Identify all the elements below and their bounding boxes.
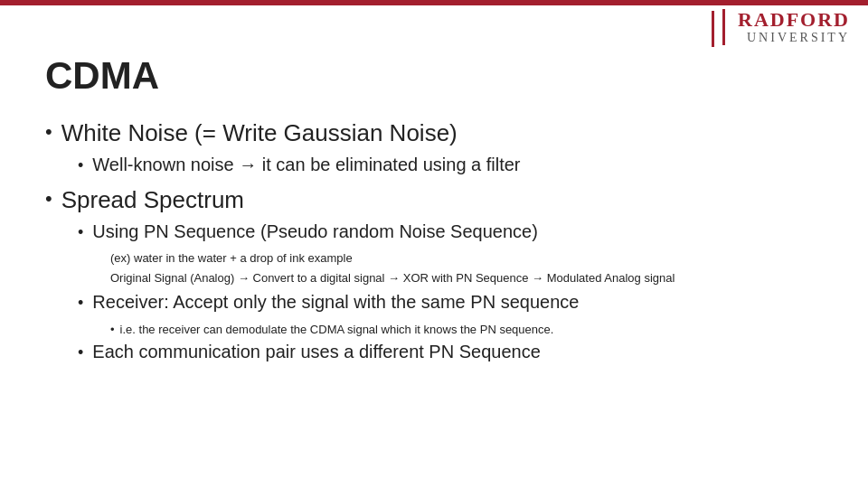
detail-receiver-ie-text: i.e. the receiver can demodulate the CDM…: [120, 321, 554, 339]
bullet-dot-2: •: [45, 186, 52, 212]
top-bar: [0, 0, 868, 5]
bullet-pn-sequence-text: Using PN Sequence (Pseudo random Noise S…: [92, 221, 538, 242]
slide-title: CDMA: [45, 54, 832, 98]
bullet-receiver-text: Receiver: Accept only the signal with th…: [92, 292, 579, 313]
logo-university: UNIVERSITY: [738, 31, 850, 44]
bullet-spread-spectrum: • Spread Spectrum: [45, 186, 832, 214]
bullet-white-noise-text: White Noise (= Write Gaussian Noise): [61, 119, 458, 147]
bullet-each-comm: • Each communication pair uses a differe…: [78, 342, 832, 364]
bullet-well-known-text: Well-known noise → it can be eliminated …: [92, 155, 520, 175]
bullet-dot-2-3: •: [78, 342, 83, 364]
detail-original-signal: Original Signal (Analog) → Convert to a …: [110, 269, 832, 287]
sub-bullet-dot: •: [110, 321, 115, 339]
slide-content: CDMA • White Noise (= Write Gaussian Noi…: [45, 54, 832, 470]
bullet-receiver: • Receiver: Accept only the signal with …: [78, 292, 832, 314]
bullet-spread-spectrum-text: Spread Spectrum: [61, 186, 244, 214]
bullet-well-known: • Well-known noise → it can be eliminate…: [78, 155, 832, 177]
logo-area: RADFORD UNIVERSITY: [722, 9, 850, 45]
bullet-dot-2-1: •: [78, 221, 83, 244]
bullet-white-noise: • White Noise (= Write Gaussian Noise): [45, 119, 832, 147]
bullet-pn-sequence: • Using PN Sequence (Pseudo random Noise…: [78, 221, 832, 244]
detail-receiver-ie: • i.e. the receiver can demodulate the C…: [110, 321, 832, 339]
slide-container: RADFORD UNIVERSITY CDMA • White Noise (=…: [0, 0, 868, 488]
bullet-dot-2-2: •: [78, 292, 83, 314]
bullet-dot-1: •: [45, 119, 52, 145]
logo-radford: RADFORD: [738, 9, 850, 31]
bullet-each-comm-text: Each communication pair uses a different…: [92, 342, 540, 362]
bullet-dot-1-1: •: [78, 155, 83, 177]
detail-ink-example: (ex) water in the water + a drop of ink …: [110, 249, 832, 267]
